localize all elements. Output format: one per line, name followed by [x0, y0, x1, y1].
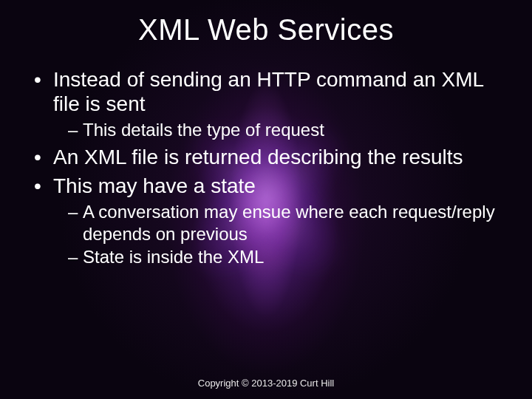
list-item-text: Instead of sending an HTTP command an XM…	[53, 68, 483, 115]
slide: XML Web Services Instead of sending an H…	[0, 0, 532, 399]
sub-list-item-text: State is inside the XML	[83, 247, 264, 267]
sub-list-item: State is inside the XML	[68, 246, 502, 267]
sub-list-item: A conversation may ensue where each requ…	[68, 201, 502, 245]
sub-list-item-text: This details the type of request	[83, 120, 324, 140]
sub-list: A conversation may ensue where each requ…	[53, 201, 502, 267]
sub-list-item-text: A conversation may ensue where each requ…	[83, 202, 495, 243]
bullet-list: Instead of sending an HTTP command an XM…	[30, 67, 502, 267]
list-item: An XML file is returned describing the r…	[33, 145, 502, 169]
slide-title: XML Web Services	[30, 13, 502, 47]
slide-content: XML Web Services Instead of sending an H…	[0, 0, 532, 399]
list-item-text: This may have a state	[53, 174, 256, 197]
sub-list: This details the type of request	[53, 119, 502, 140]
list-item: This may have a state A conversation may…	[33, 174, 502, 267]
list-item: Instead of sending an HTTP command an XM…	[33, 67, 502, 140]
sub-list-item: This details the type of request	[68, 119, 502, 140]
list-item-text: An XML file is returned describing the r…	[53, 146, 463, 168]
